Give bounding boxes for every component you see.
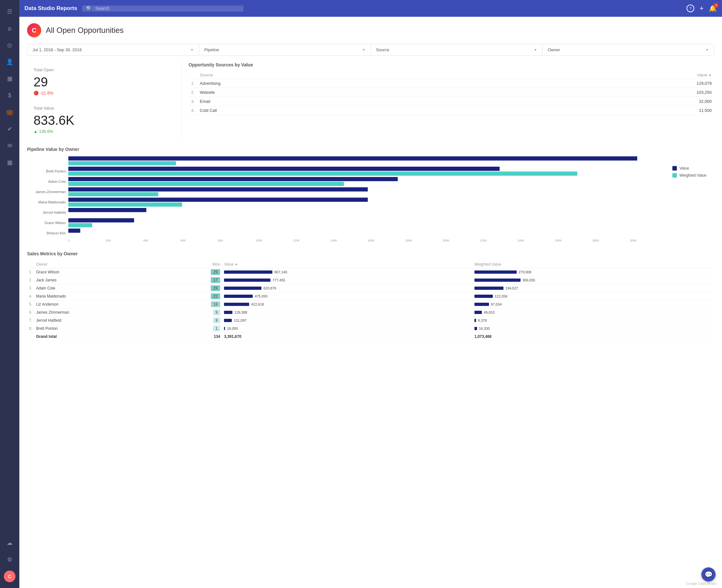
filter-source[interactable]: Source ▼: [371, 44, 543, 56]
x-axis: 020K40K60K80K100K120K140K160K180K200K220…: [68, 239, 667, 242]
chevron-down-icon: ▼: [705, 48, 709, 51]
search-icon: 🔍: [86, 5, 92, 12]
down-arrow-icon: 🔴: [34, 90, 39, 96]
header: Data Studio Reports 🔍 ? + 🔔 1: [19, 0, 722, 17]
bar-row: [27, 156, 667, 165]
total-value-value: 833.6K: [34, 113, 175, 128]
sales-col-value: Value ▼: [222, 261, 472, 268]
content-area: C All Open Opportunities Jul 1, 2018 - S…: [19, 17, 722, 580]
filter-date-range[interactable]: Jul 1, 2018 - Sep 30, 2018 ▼: [27, 44, 199, 56]
chevron-down-icon: ▼: [534, 48, 537, 51]
value-inline-bar: [224, 311, 232, 314]
value-bar: [68, 156, 637, 161]
sidebar-menu-icon[interactable]: ☰: [3, 5, 16, 18]
value-inline-bar: [224, 287, 261, 290]
weighted-bar: [68, 203, 182, 207]
legend-item: Weighted Value: [672, 173, 714, 177]
value-bar: [68, 218, 134, 223]
sidebar-cloud-icon[interactable]: ☁: [3, 537, 16, 549]
sidebar-check-icon[interactable]: ✔: [3, 123, 16, 135]
grand-total-won: 134: [172, 333, 222, 341]
value-bar: [68, 177, 398, 181]
gds-footer: Google Data Studio: [19, 580, 722, 588]
sales-col-weighted: Weighted Value: [472, 261, 714, 268]
left-metrics: Total Open 29 🔴 -21.6% Total Value 833.6…: [27, 62, 182, 139]
legend-color: [672, 166, 677, 170]
pipeline-chart-section: Pipeline Value by Owner Brett PontonAdam…: [27, 147, 714, 244]
sidebar-person-icon[interactable]: 👤: [3, 56, 16, 68]
bar-row: James Zimmerman: [27, 187, 667, 196]
avatar[interactable]: C: [4, 571, 16, 582]
search-input[interactable]: [95, 6, 239, 11]
value-inline-bar: [224, 295, 253, 298]
sidebar-mail-icon[interactable]: ✉: [3, 139, 16, 152]
help-button[interactable]: ?: [686, 4, 694, 12]
weighted-inline-bar: [474, 303, 489, 306]
weighted-inline-bar: [474, 295, 493, 298]
list-item: 3. Email 32,000: [189, 97, 714, 106]
value-bar: [68, 197, 368, 202]
weighted-bar: [68, 161, 176, 165]
header-actions: ? + 🔔 1: [686, 4, 717, 13]
value-bar: [68, 167, 500, 171]
sources-title: Opportunity Sources by Value: [189, 62, 714, 67]
sources-col-source: Source: [197, 71, 487, 79]
filter-owner[interactable]: Owner ▼: [543, 44, 714, 56]
sidebar-bottom: ☁ ⚙ C: [3, 534, 16, 585]
value-bar: [68, 187, 368, 191]
total-open-label: Total Open: [34, 67, 175, 72]
table-row: 6. James Zimmerman 9 139,388 49,810: [27, 309, 714, 317]
sidebar-dollar-icon[interactable]: $: [3, 89, 16, 102]
bar-row: Adam Cole: [27, 177, 667, 186]
bar-row: Grace Wilson: [27, 218, 667, 227]
sidebar-briefcase-icon[interactable]: 💼: [3, 106, 16, 119]
sidebar-home-icon[interactable]: ⌂: [3, 22, 16, 35]
value-bar: [68, 208, 146, 212]
search-bar[interactable]: 🔍: [82, 5, 243, 12]
sales-metrics-title: Sales Metrics by Owner: [27, 251, 714, 256]
notifications-button[interactable]: 🔔 1: [709, 4, 717, 12]
grand-total-row: Grand total 134 3,391,670 1,073,468: [27, 333, 714, 341]
filter-source-label: Source: [376, 47, 389, 52]
table-row: 4. Maria Maldonado 22 475,093 122,056: [27, 292, 714, 300]
sales-col-owner: Owner: [34, 261, 172, 268]
table-row: 3. Adam Cole 29 620,879 194,027: [27, 284, 714, 292]
value-inline-bar: [224, 303, 249, 306]
weighted-inline-bar: [474, 311, 482, 314]
filter-pipeline[interactable]: Pipeline ▼: [199, 44, 371, 56]
logo-letter: C: [32, 27, 37, 34]
value-bar: [68, 229, 80, 233]
sales-col-won: Won: [172, 261, 222, 268]
legend-item: Value: [672, 166, 714, 170]
main-content: Data Studio Reports 🔍 ? + 🔔 1 C All Open…: [19, 0, 722, 588]
up-arrow-icon: ▲: [34, 129, 38, 134]
list-item: 4. Cold Call 11,500: [189, 106, 714, 115]
total-open-value: 29: [34, 75, 175, 89]
grand-total-value: 3,391,670: [222, 333, 472, 341]
bar-row: Maria Maldonado: [27, 197, 667, 207]
weighted-bar: [68, 171, 577, 176]
grand-total-label: Grand total: [34, 333, 172, 341]
weighted-inline-bar: [474, 327, 477, 330]
filter-owner-label: Owner: [548, 47, 560, 52]
chart-area: Brett PontonAdam ColeJames ZimmermanMari…: [27, 156, 714, 244]
chevron-down-icon: ▼: [362, 48, 365, 51]
bar-row: Jerrod Hatfield: [27, 208, 667, 217]
plus-icon: +: [699, 4, 704, 12]
weighted-bar: [68, 223, 92, 227]
total-open-card: Total Open 29 🔴 -21.6%: [27, 62, 182, 101]
add-button[interactable]: +: [699, 4, 704, 13]
sidebar-target-icon[interactable]: ◎: [3, 39, 16, 51]
sidebar-settings-icon[interactable]: ⚙: [3, 553, 16, 566]
sources-table: Source Value ▼ 1. Advertising 129,079 2.…: [189, 71, 714, 115]
app-title: Data Studio Reports: [24, 5, 77, 12]
value-inline-bar: [224, 271, 272, 274]
bar-chart: Brett PontonAdam ColeJames ZimmermanMari…: [27, 156, 667, 244]
sidebar-chart-icon[interactable]: ▦: [3, 156, 16, 169]
chevron-down-icon: ▼: [191, 48, 194, 51]
sidebar-grid-icon[interactable]: ▦: [3, 72, 16, 85]
chat-button[interactable]: 💬: [701, 567, 716, 582]
total-open-change: 🔴 -21.6%: [34, 90, 175, 96]
total-value-label: Total Value: [34, 106, 175, 110]
weighted-bar: [68, 192, 158, 196]
